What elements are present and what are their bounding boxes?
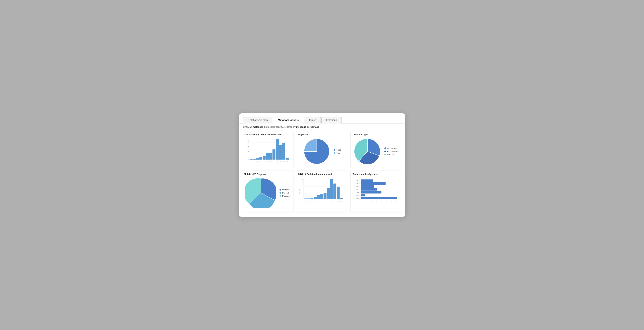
svg-text:Don't...: Don't... bbox=[286, 161, 289, 162]
contract-type-legend: Pay as you go Pay monthly SIM only bbox=[384, 147, 399, 156]
svg-rect-62 bbox=[307, 198, 310, 199]
mobile-nps-chart: Mobile NPS Segment bbox=[242, 170, 294, 213]
legend-true-dot bbox=[334, 152, 336, 154]
tab-relationship-map[interactable]: Relationship map bbox=[243, 117, 272, 124]
duplicate-legend: False True bbox=[334, 149, 341, 154]
svg-text:Don't: Don't bbox=[340, 200, 343, 201]
legend-false-label: False bbox=[336, 149, 341, 151]
legend-false: False bbox=[334, 149, 341, 151]
svg-rect-28 bbox=[272, 149, 275, 160]
svg-text:4: 4 bbox=[264, 161, 264, 162]
legend-paymonthly-dot bbox=[384, 151, 386, 152]
svg-text:6: 6 bbox=[325, 200, 325, 201]
svg-text:6: 6 bbox=[270, 161, 271, 162]
svg-text:3: 3 bbox=[315, 200, 316, 201]
tenure-hbar-svg: 0 to 3... 2 to 5... 4 to 6... 5 to 7... … bbox=[353, 177, 400, 210]
mb1-title: MB1 · 4 Satisfaction data speed bbox=[298, 173, 346, 175]
legend-promoter-dot bbox=[280, 195, 281, 197]
svg-text:8: 8 bbox=[277, 161, 278, 162]
contract-type-pie-area: Pay as you go Pay monthly SIM only bbox=[353, 138, 400, 165]
svg-rect-70 bbox=[320, 194, 323, 199]
svg-rect-74 bbox=[327, 188, 330, 199]
legend-false-dot bbox=[334, 149, 336, 151]
legend-paygo-label: Pay as you go bbox=[387, 147, 399, 149]
legend-paygo-dot bbox=[384, 147, 386, 149]
svg-text:9: 9 bbox=[334, 200, 335, 201]
svg-text:20: 20 bbox=[247, 142, 249, 143]
svg-text:30: 30 bbox=[391, 200, 392, 202]
svg-text:0: 0 bbox=[248, 159, 249, 160]
nps-bar-svg: Percentage 0 5 10 15 20 25 bbox=[244, 138, 292, 165]
svg-rect-34 bbox=[282, 143, 285, 160]
svg-rect-60 bbox=[304, 198, 307, 199]
nps-score-area: Percentage 0 5 10 15 20 25 bbox=[244, 138, 292, 166]
contract-type-title: Contract Type bbox=[353, 133, 400, 136]
svg-text:10: 10 bbox=[337, 200, 339, 201]
svg-text:9: 9 bbox=[280, 161, 281, 162]
tab-bar: Relationship map Metadata visuals Topics… bbox=[239, 113, 405, 124]
svg-text:Percentage: Percentage bbox=[244, 149, 246, 156]
mobile-nps-legend: Detractor Passive Promoter bbox=[280, 189, 290, 197]
svg-text:2: 2 bbox=[312, 200, 312, 201]
mobile-nps-pie-area: Detractor Passive Promoter bbox=[244, 177, 292, 208]
tenure-title: Tenure Mobile Operator bbox=[353, 173, 400, 175]
legend-paygo: Pay as you go bbox=[384, 147, 399, 149]
svg-rect-14 bbox=[250, 159, 252, 160]
legend-promoter-label: Promoter bbox=[282, 195, 290, 197]
legend-true-label: True bbox=[336, 152, 340, 154]
tenure-chart: Tenure Mobile Operator 0 to 3... 2 to 5.… bbox=[350, 170, 402, 213]
svg-rect-26 bbox=[269, 153, 272, 159]
svg-text:Percentage: Percentage bbox=[298, 188, 300, 195]
svg-text:15: 15 bbox=[302, 186, 303, 187]
svg-text:1: 1 bbox=[308, 200, 309, 201]
svg-rect-16 bbox=[253, 159, 256, 160]
svg-rect-20 bbox=[259, 157, 262, 160]
svg-rect-85 bbox=[361, 179, 373, 182]
tenure-area: 0 to 3... 2 to 5... 4 to 6... 5 to 7... … bbox=[353, 177, 400, 211]
svg-rect-30 bbox=[276, 139, 279, 160]
svg-rect-24 bbox=[266, 153, 269, 159]
svg-text:0: 0 bbox=[360, 200, 361, 202]
nps-score-chart: NPS Score for "Main Mobile Brand" Percen… bbox=[242, 131, 294, 168]
legend-detractor-label: Detractor bbox=[282, 189, 290, 191]
svg-rect-91 bbox=[361, 188, 377, 190]
svg-rect-82 bbox=[340, 198, 343, 199]
svg-text:7: 7 bbox=[328, 200, 329, 201]
svg-text:0: 0 bbox=[250, 161, 251, 162]
svg-text:5: 5 bbox=[322, 200, 322, 201]
mobile-nps-pie-svg bbox=[245, 177, 276, 208]
svg-text:25: 25 bbox=[302, 179, 303, 180]
legend-simonly: SIM only bbox=[384, 153, 399, 156]
mobile-nps-title: Mobile NPS Segment bbox=[244, 173, 292, 175]
nps-score-title: NPS Score for "Main Mobile Brand" bbox=[244, 133, 292, 136]
svg-text:4: 4 bbox=[318, 200, 319, 201]
subtitle: Showing metadata that people convey, ord… bbox=[239, 124, 405, 129]
svg-rect-68 bbox=[317, 195, 320, 199]
svg-rect-36 bbox=[286, 158, 289, 160]
svg-text:More t...: More t... bbox=[356, 197, 360, 199]
svg-rect-95 bbox=[361, 194, 365, 196]
svg-text:25: 25 bbox=[247, 139, 249, 141]
svg-text:7: 7 bbox=[274, 161, 274, 162]
svg-text:15: 15 bbox=[376, 200, 377, 202]
svg-text:5: 5 bbox=[302, 194, 303, 196]
duplicate-chart: Duplicate False bbox=[296, 131, 348, 168]
svg-text:2 to 5...: 2 to 5... bbox=[356, 183, 360, 184]
svg-text:1: 1 bbox=[254, 161, 254, 162]
tab-topics[interactable]: Topics bbox=[304, 117, 321, 124]
contract-pie-svg bbox=[354, 138, 381, 165]
svg-rect-89 bbox=[361, 185, 374, 187]
svg-rect-72 bbox=[324, 193, 326, 199]
legend-simonly-dot bbox=[384, 154, 386, 155]
tab-metadata-visuals[interactable]: Metadata visuals bbox=[273, 117, 303, 124]
svg-rect-87 bbox=[361, 182, 386, 184]
legend-true: True bbox=[334, 152, 341, 154]
duplicate-pie-svg bbox=[303, 138, 330, 165]
legend-paymonthly: Pay monthly bbox=[384, 150, 399, 152]
svg-text:8: 8 bbox=[331, 200, 332, 201]
legend-paymonthly-label: Pay monthly bbox=[387, 150, 398, 152]
svg-rect-66 bbox=[314, 197, 316, 199]
svg-text:10: 10 bbox=[283, 161, 284, 162]
contract-type-chart: Contract Type bbox=[350, 131, 402, 168]
tab-emotions[interactable]: Emotions bbox=[322, 117, 342, 124]
